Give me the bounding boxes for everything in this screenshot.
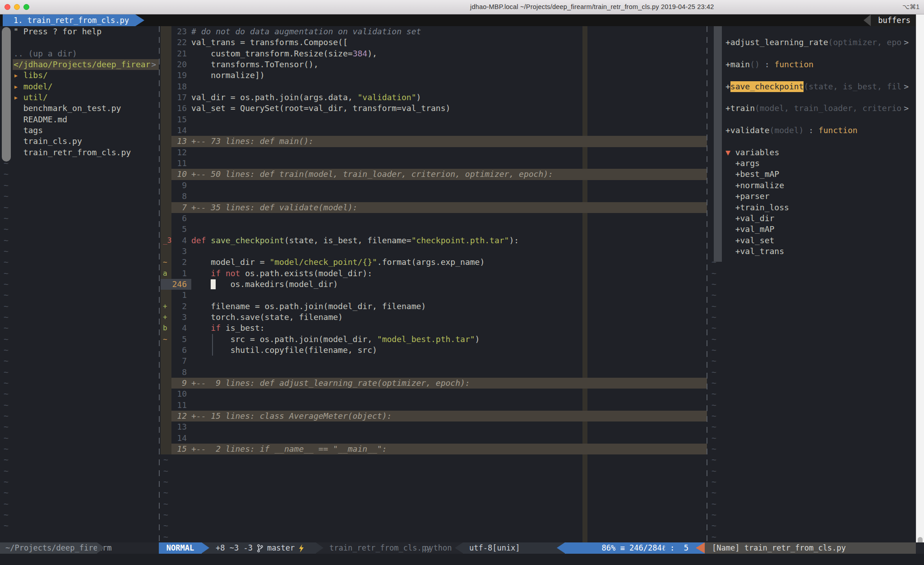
code-line[interactable]: 15+-- 2 lines: if __name__ == "__main__"… <box>159 444 707 454</box>
empty-line-marker: ~ <box>163 532 168 542</box>
code-line[interactable]: 9 <box>159 180 707 191</box>
line-number: 9 <box>171 378 187 389</box>
tag-item[interactable] <box>707 92 916 103</box>
code-line[interactable]: +2 filename = os.path.join(model_dir, fi… <box>159 301 707 312</box>
empty-line-marker: ~ <box>711 400 716 411</box>
sign-column <box>161 48 171 59</box>
code-line[interactable]: 23# do not do data augmentation on valid… <box>159 26 707 37</box>
zoom-button[interactable] <box>23 4 29 10</box>
tag-item[interactable]: +val_trans <box>707 246 916 257</box>
tree-item[interactable]: ▸ util/ <box>0 92 159 103</box>
code-line[interactable]: 14 <box>159 433 707 444</box>
empty-line-marker: ~ <box>4 444 9 454</box>
code-line[interactable]: 11 <box>159 158 707 169</box>
tag-item[interactable]: ▼ variables <box>707 147 916 158</box>
command-line[interactable] <box>0 554 924 565</box>
tag-item[interactable]: +parser <box>707 191 916 202</box>
code-line[interactable]: +3 torch.save(state, filename) <box>159 312 707 323</box>
tree-item[interactable]: " Press ? for help <box>0 26 159 37</box>
tag-item[interactable]: +validate(model) : function <box>707 125 916 136</box>
code-text: +-- 35 lines: def validate(model): <box>191 202 707 213</box>
code-line[interactable]: a1 if not os.path.exists(model_dir): <box>159 268 707 279</box>
code-line[interactable]: 246 os.makedirs(model_dir) <box>159 279 707 290</box>
tagbar-window[interactable]: +adjust_learning_rate(optimizer, epo>+ma… <box>707 26 916 542</box>
tag-item[interactable]: +train(model, train_loader, criterio> <box>707 103 916 114</box>
nerdtree-filler-line: ~ <box>0 290 159 301</box>
code-line[interactable]: 21 custom_transform.Resize(size=384), <box>159 48 707 59</box>
code-line[interactable]: 12+-- 15 lines: class AverageMeter(objec… <box>159 411 707 421</box>
tag-item[interactable] <box>707 136 916 147</box>
code-line[interactable]: 6 shutil.copyfile(filename, src) <box>159 345 707 356</box>
buffers-tab[interactable]: buffers <box>871 14 918 26</box>
code-line[interactable]: 10 <box>159 389 707 399</box>
tree-item[interactable] <box>0 37 159 48</box>
code-line[interactable]: 13+-- 73 lines: def main(): <box>159 136 707 147</box>
tag-item[interactable]: +main() : function <box>707 59 916 70</box>
code-line[interactable]: 1 <box>159 290 707 301</box>
code-line[interactable]: 10+-- 50 lines: def train(model, train_l… <box>159 169 707 180</box>
code-line[interactable]: 12 <box>159 147 707 158</box>
tree-item[interactable]: ▸ model/ <box>0 81 159 92</box>
tree-item[interactable]: benchmark_on_test.py <box>0 103 159 114</box>
tree-item[interactable]: train_cls.py <box>0 136 159 147</box>
sign-column <box>161 246 171 257</box>
close-button[interactable] <box>5 4 10 10</box>
nerdtree-window[interactable]: " Press ? for help.. (up a dir)</jdhao/P… <box>0 26 159 542</box>
tag-item[interactable] <box>707 26 916 37</box>
code-line[interactable]: 8 <box>159 191 707 202</box>
code-line[interactable]: 7 <box>159 356 707 366</box>
scrollbar-track[interactable] <box>916 14 924 565</box>
code-line[interactable]: 13 <box>159 421 707 432</box>
tree-item[interactable]: README.md <box>0 114 159 125</box>
code-line[interactable]: 11 <box>159 400 707 411</box>
code-line[interactable]: 22val_trans = transforms.Compose([ <box>159 37 707 48</box>
minimize-button[interactable] <box>14 4 20 10</box>
sign-column: ~ <box>161 257 171 268</box>
code-line[interactable]: 3 <box>159 246 707 257</box>
code-window[interactable]: 23# do not do data augmentation on valid… <box>159 26 707 542</box>
code-line[interactable]: 5 <box>159 224 707 235</box>
tag-item[interactable]: +val_set <box>707 235 916 246</box>
empty-line-marker: ~ <box>711 378 716 389</box>
code-line[interactable]: 7+-- 35 lines: def validate(model): <box>159 202 707 213</box>
line-number: 19 <box>171 70 187 81</box>
tab-active-train-retr[interactable]: 1. train_retr_from_cls.py <box>3 14 135 26</box>
code-line[interactable]: b4 if is_best: <box>159 323 707 333</box>
tree-item[interactable]: ▸ libs/ <box>0 70 159 81</box>
tag-item[interactable]: +best_mAP <box>707 169 916 180</box>
code-line[interactable]: 8 <box>159 367 707 378</box>
code-line[interactable]: 9+-- 9 lines: def adjust_learning_rate(o… <box>159 378 707 389</box>
empty-line-marker: ~ <box>711 532 716 542</box>
code-line[interactable]: _34def save_checkpoint(state, is_best, f… <box>159 235 707 246</box>
tag-item[interactable]: +val_dir <box>707 213 916 224</box>
tag-item[interactable] <box>707 114 916 125</box>
tag-item[interactable]: +normalize <box>707 180 916 191</box>
tree-item[interactable]: .. (up a dir) <box>0 48 159 59</box>
tag-item[interactable]: +adjust_learning_rate(optimizer, epo> <box>707 37 916 48</box>
empty-line-marker: ~ <box>4 312 9 323</box>
code-line[interactable]: 14 <box>159 125 707 136</box>
code-line[interactable]: 16val_set = QuerySet(root=val_dir, trans… <box>159 103 707 114</box>
code-line[interactable]: 6 <box>159 213 707 224</box>
tag-item[interactable]: +train_loss <box>707 202 916 213</box>
tree-item[interactable]: train_retr_from_cls.py <box>0 147 159 158</box>
code-line[interactable]: ~5 src = os.path.join(model_dir, "model_… <box>159 334 707 345</box>
tag-item[interactable] <box>707 48 916 59</box>
tag-item[interactable]: +val_mAP <box>707 224 916 235</box>
tree-item[interactable]: </jdhao/Projects/deep_firear> <box>0 59 159 70</box>
code-line[interactable]: 18 <box>159 81 707 92</box>
nerdtree-filler-line: ~ <box>0 356 159 366</box>
tag-item[interactable]: +args <box>707 158 916 169</box>
code-line[interactable]: 20 transforms.ToTensor(), <box>159 59 707 70</box>
tag-item[interactable]: +save_checkpoint(state, is_best, fil> <box>707 81 916 92</box>
tree-item[interactable]: tags <box>0 125 159 136</box>
code-line[interactable]: ~2 model_dir = "model/check_point/{}".fo… <box>159 257 707 268</box>
code-line[interactable]: 17val_dir = os.path.join(args.data, "val… <box>159 92 707 103</box>
code-line[interactable]: 19 normalize]) <box>159 70 707 81</box>
tag-item[interactable] <box>707 70 916 81</box>
text-segment: "checkpoint.pth.tar" <box>411 236 509 245</box>
code-text: val_set = QuerySet(root=val_dir, transfo… <box>191 103 707 114</box>
sign-column <box>161 158 171 169</box>
text-segment <box>191 323 211 333</box>
code-line[interactable]: 15 <box>159 114 707 125</box>
